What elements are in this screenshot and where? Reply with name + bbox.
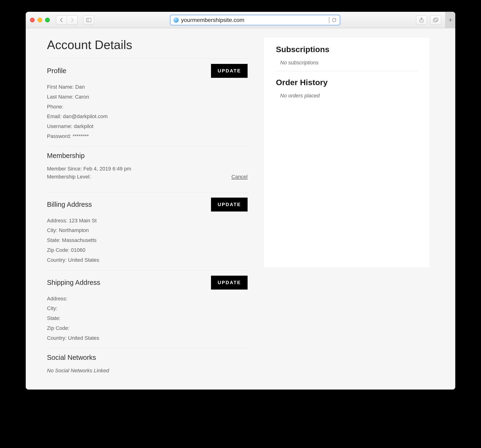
svg-rect-4 (435, 18, 438, 21)
update-shipping-button[interactable]: UPDATE (211, 276, 248, 290)
share-button[interactable] (416, 15, 427, 25)
back-button[interactable] (56, 15, 67, 25)
divider (47, 348, 248, 348)
cancel-membership-link[interactable]: Cancel (232, 174, 248, 180)
social-empty: No Social Networks Linked (47, 366, 248, 376)
shipping-address: Address: (47, 294, 248, 304)
svg-rect-0 (86, 18, 91, 22)
minimize-window-button[interactable] (38, 18, 42, 22)
update-billing-button[interactable]: UPDATE (211, 198, 248, 212)
svg-rect-3 (433, 19, 437, 22)
page-title: Account Details (47, 38, 248, 52)
sidebar: Subscriptions No subscriptions Order His… (264, 38, 429, 267)
billing-city: City: Northampton (47, 225, 248, 235)
sidebar-toggle-button[interactable] (83, 15, 94, 25)
billing-address: Address: 123 Main St (47, 216, 248, 226)
billing-zip: Zip Code: 01060 (47, 245, 248, 255)
subscriptions-empty: No subscriptions (276, 60, 418, 66)
member-since: Member Since: Feb 4, 2019 6:49 pm (47, 164, 248, 174)
membership-section: Membership Member Since: Feb 4, 2019 6:4… (47, 152, 248, 180)
tabs-overview-button[interactable] (430, 15, 441, 25)
shipping-city: City: (47, 303, 248, 313)
billing-section: Billing Address UPDATE Address: 123 Main… (47, 198, 248, 265)
order-history-empty: No orders placed (276, 93, 418, 99)
billing-country: Country: United States (47, 255, 248, 265)
membership-heading: Membership (47, 152, 85, 160)
order-history-heading: Order History (276, 78, 418, 87)
membership-level-row: Membership Level: Cancel (47, 174, 248, 180)
profile-last-name: Last Name: Caron (47, 92, 248, 102)
page-viewport: Account Details Profile UPDATE First Nam… (26, 28, 455, 389)
shipping-country: Country: United States (47, 333, 248, 343)
subscriptions-heading: Subscriptions (276, 45, 418, 54)
profile-password: Password: ******** (47, 131, 248, 141)
profile-heading: Profile (47, 67, 66, 75)
window-controls (30, 18, 50, 22)
fullscreen-window-button[interactable] (45, 18, 50, 22)
social-section: Social Networks No Social Networks Linke… (47, 354, 248, 376)
profile-email: Email: dan@darkpilot.com (47, 111, 248, 121)
site-globe-icon (173, 17, 179, 23)
shipping-heading: Shipping Address (47, 279, 100, 286)
update-profile-button[interactable]: UPDATE (211, 64, 248, 78)
divider (47, 59, 248, 59)
shipping-zip: Zip Code: (47, 323, 248, 333)
divider (276, 71, 418, 71)
divider (47, 270, 248, 271)
new-tab-button[interactable]: + (445, 12, 455, 28)
profile-phone: Phone: (47, 102, 248, 112)
reload-icon[interactable] (332, 17, 337, 23)
divider (47, 192, 248, 192)
url-text: yourmembershipsite.com (181, 17, 329, 23)
forward-button[interactable] (67, 15, 78, 25)
divider (47, 147, 248, 147)
url-bar[interactable]: yourmembershipsite.com (170, 15, 340, 25)
shipping-section: Shipping Address UPDATE Address: City: S… (47, 276, 248, 343)
titlebar: yourmembershipsite.com + (26, 12, 455, 28)
profile-first-name: First Name: Dan (47, 82, 248, 92)
profile-username: Username: darkpilot (47, 121, 248, 131)
profile-section: Profile UPDATE First Name: Dan Last Name… (47, 64, 248, 141)
account-details-main: Account Details Profile UPDATE First Nam… (47, 38, 248, 375)
billing-heading: Billing Address (47, 201, 92, 208)
billing-state: State: Massachusetts (47, 235, 248, 245)
social-heading: Social Networks (47, 354, 96, 361)
shipping-state: State: (47, 313, 248, 323)
browser-window: yourmembershipsite.com + Account Details (26, 12, 455, 389)
close-window-button[interactable] (30, 18, 35, 22)
back-forward-group (56, 15, 78, 25)
